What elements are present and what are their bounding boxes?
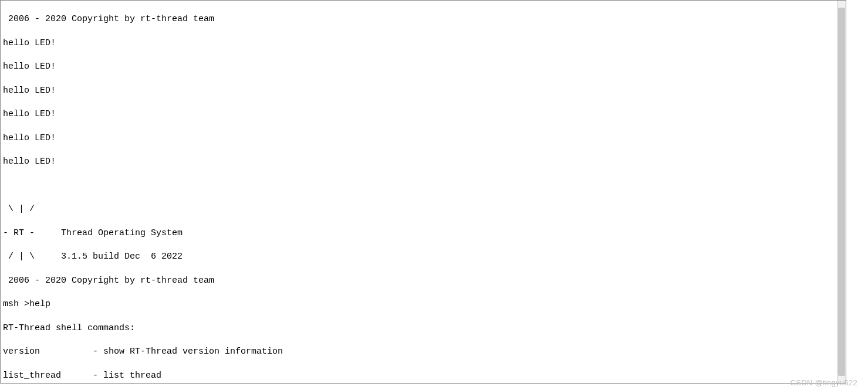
help-item: list_thread - list thread [3,370,843,382]
hello-line: hello LED! [3,156,843,168]
hello-line: hello LED! [3,85,843,97]
hello-line: hello LED! [3,38,843,49]
hello-line: hello LED! [3,61,843,73]
banner-line: 2006 - 2020 Copyright by rt-thread team [3,275,843,287]
shell-prompt: msh > [3,299,29,310]
hello-line: hello LED! [3,108,843,120]
prompt-line: msh >help [3,299,843,310]
banner-line: \ | / [3,204,843,215]
help-item: version - show RT-Thread version informa… [3,346,843,358]
banner-line: / | \ 3.1.5 build Dec 6 2022 [3,251,843,263]
copyright-line: 2006 - 2020 Copyright by rt-thread team [3,13,843,25]
hello-line: hello LED! [3,133,843,144]
watermark-text: CSDN @tingyu522 [790,378,857,388]
help-header: RT-Thread shell commands: [3,323,843,334]
blank-line [3,180,843,192]
command-input[interactable]: help [29,299,50,310]
terminal-output[interactable]: 2006 - 2020 Copyright by rt-thread team … [1,1,846,384]
banner-line: - RT - Thread Operating System [3,228,843,239]
terminal-window: 2006 - 2020 Copyright by rt-thread team … [0,0,846,384]
scrollbar-thumb[interactable] [838,8,845,376]
scrollbar-track[interactable] [837,1,846,383]
